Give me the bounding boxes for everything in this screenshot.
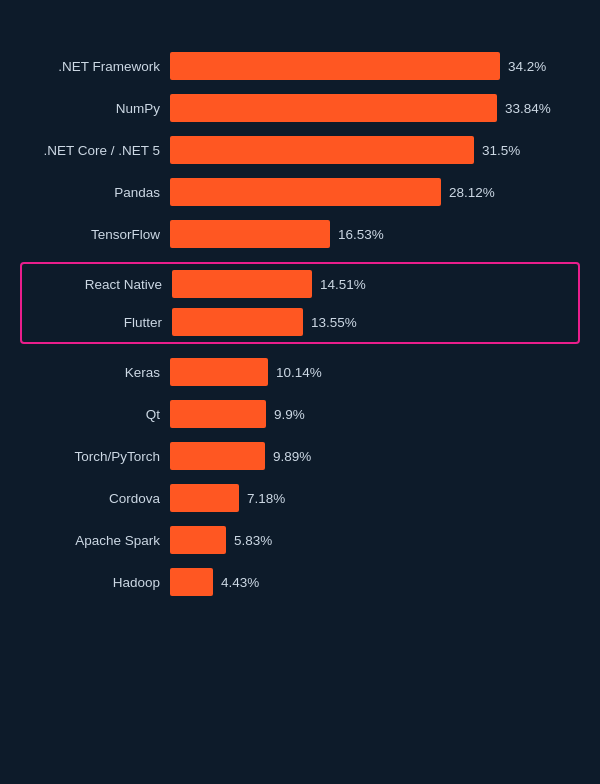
bar	[170, 484, 239, 512]
bar-percentage: 7.18%	[247, 491, 285, 506]
bar-area: 9.9%	[170, 400, 580, 428]
bar-percentage: 5.83%	[234, 533, 272, 548]
bar-percentage: 9.89%	[273, 449, 311, 464]
bar-area: 16.53%	[170, 220, 580, 248]
bar-label: Cordova	[20, 491, 160, 506]
highlight-box: React Native14.51%Flutter13.55%	[20, 262, 580, 344]
bar-percentage: 16.53%	[338, 227, 384, 242]
chart-row: NumPy33.84%	[20, 94, 580, 122]
bar-label: Torch/PyTorch	[20, 449, 160, 464]
bar-percentage: 33.84%	[505, 101, 551, 116]
bar	[170, 220, 330, 248]
bar-area: 9.89%	[170, 442, 580, 470]
bar	[170, 442, 265, 470]
bar-area: 7.18%	[170, 484, 580, 512]
bar	[170, 400, 266, 428]
chart-row: Keras10.14%	[20, 358, 580, 386]
chart-row: React Native14.51%	[22, 270, 578, 298]
bar-percentage: 9.9%	[274, 407, 305, 422]
bar	[170, 568, 213, 596]
bar	[170, 358, 268, 386]
chart-row: Qt9.9%	[20, 400, 580, 428]
bar	[170, 526, 226, 554]
bar-label: Apache Spark	[20, 533, 160, 548]
bar-area: 10.14%	[170, 358, 580, 386]
bar	[172, 270, 312, 298]
chart-row: TensorFlow16.53%	[20, 220, 580, 248]
bar-label: Flutter	[22, 315, 162, 330]
chart-row: Hadoop4.43%	[20, 568, 580, 596]
chart-row: .NET Core / .NET 531.5%	[20, 136, 580, 164]
bar-area: 28.12%	[170, 178, 580, 206]
bar-label: Pandas	[20, 185, 160, 200]
chart-row: Flutter13.55%	[22, 308, 578, 336]
chart-row: Torch/PyTorch9.89%	[20, 442, 580, 470]
bar-label: .NET Core / .NET 5	[20, 143, 160, 158]
bar-percentage: 31.5%	[482, 143, 520, 158]
bar-label: TensorFlow	[20, 227, 160, 242]
bar-percentage: 13.55%	[311, 315, 357, 330]
bar	[170, 52, 500, 80]
chart-row: Apache Spark5.83%	[20, 526, 580, 554]
bar-percentage: 4.43%	[221, 575, 259, 590]
bar-area: 5.83%	[170, 526, 580, 554]
bar	[170, 136, 474, 164]
bar-percentage: 14.51%	[320, 277, 366, 292]
bar-percentage: 28.12%	[449, 185, 495, 200]
bar-label: .NET Framework	[20, 59, 160, 74]
bar-area: 13.55%	[172, 308, 578, 336]
bar-label: Keras	[20, 365, 160, 380]
bar	[170, 94, 497, 122]
bar-label: Hadoop	[20, 575, 160, 590]
chart-container: .NET Framework34.2%NumPy33.84%.NET Core …	[20, 52, 580, 596]
bar-label: Qt	[20, 407, 160, 422]
bar-area: 31.5%	[170, 136, 580, 164]
bar-percentage: 34.2%	[508, 59, 546, 74]
chart-row: Cordova7.18%	[20, 484, 580, 512]
bar-label: NumPy	[20, 101, 160, 116]
chart-row: Pandas28.12%	[20, 178, 580, 206]
bar	[170, 178, 441, 206]
bar-percentage: 10.14%	[276, 365, 322, 380]
bar-area: 14.51%	[172, 270, 578, 298]
chart-row: .NET Framework34.2%	[20, 52, 580, 80]
bar-area: 4.43%	[170, 568, 580, 596]
bar-label: React Native	[22, 277, 162, 292]
bar	[172, 308, 303, 336]
bar-area: 33.84%	[170, 94, 580, 122]
bar-area: 34.2%	[170, 52, 580, 80]
